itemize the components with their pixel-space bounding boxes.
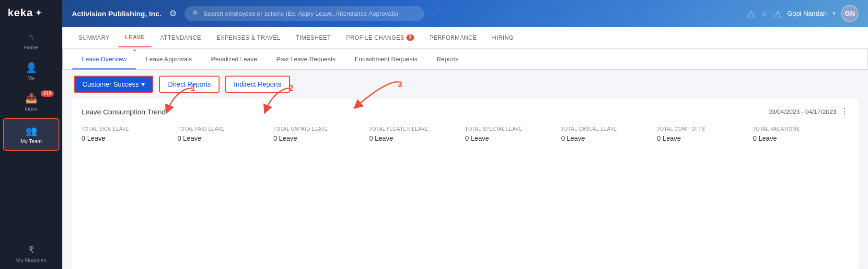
annotation-1: 1: [191, 84, 195, 93]
myteam-icon: 👥: [25, 125, 37, 136]
department-filter-button[interactable]: Customer Success ▾: [74, 76, 153, 93]
avatar[interactable]: GN: [841, 5, 858, 22]
sidebar-item-inbox[interactable]: 📥 212 Inbox: [0, 87, 62, 117]
stat-paid-leave-label: TOTAL PAID LEAVE: [177, 126, 269, 132]
tab-performance[interactable]: PERFORMANCE: [423, 29, 484, 47]
direct-reports-button[interactable]: Direct Reports: [159, 76, 219, 93]
me-icon: 👤: [25, 62, 37, 73]
inbox-badge: 212: [41, 90, 54, 97]
tab-expenses[interactable]: EXPENSES & TRAVEL: [210, 29, 287, 47]
home-icon: ⌂: [28, 32, 34, 43]
indirect-reports-label: Indirect Reports: [234, 80, 281, 88]
avatar-initials: GN: [845, 10, 855, 17]
leave-stats: TOTAL SICK LEAVE 0 Leave TOTAL PAID LEAV…: [81, 126, 849, 142]
settings-icon[interactable]: ⚙: [169, 8, 177, 19]
stat-vacations-label: TOTAL VACATIONS: [753, 126, 845, 132]
department-dropdown-icon: ▾: [141, 80, 145, 88]
sidebar-item-myfinances[interactable]: ₹ My Finances: [0, 238, 62, 269]
stat-sick-leave-label: TOTAL SICK LEAVE: [81, 126, 174, 132]
stat-comp-offs-value: 0 Leave: [657, 134, 749, 142]
logo-sparkle-icon: ✦: [35, 8, 42, 18]
stat-floater-leave: TOTAL FLOATER LEAVE 0 Leave: [369, 126, 465, 142]
stat-unpaid-leave: TOTAL UNPAID LEAVE 0 Leave: [273, 126, 369, 142]
department-label: Customer Success: [82, 80, 139, 88]
sidebar-logo: keka ✦: [0, 0, 62, 26]
topbar-right: △ ○ △ Gopi Nandan ▾ GN: [748, 5, 858, 22]
chart-date-range: 03/04/2023 - 04/17/2023: [768, 108, 836, 115]
search-bar[interactable]: 🔍: [185, 6, 424, 21]
stat-casual-leave: TOTAL CASUAL LEAVE 0 Leave: [561, 126, 657, 142]
indirect-reports-button[interactable]: Indirect Reports: [225, 76, 290, 93]
tab-profile-changes-label: PROFILE CHANGES: [346, 34, 405, 41]
chart-area: Leave Consumption Trend 03/04/2023 - 04/…: [72, 99, 858, 269]
sidebar-item-myteam[interactable]: 👥 My Team: [3, 118, 59, 151]
user-name: Gopi Nandan: [787, 10, 827, 17]
chart-options-icon[interactable]: ⋮: [840, 106, 849, 117]
logo-text: keka: [8, 7, 33, 19]
company-name: Activision Publishing, Inc.: [72, 10, 162, 18]
chart-header: Leave Consumption Trend 03/04/2023 - 04/…: [81, 106, 849, 117]
sidebar-item-label: My Finances: [16, 258, 46, 263]
sidebar-item-label: My Team: [21, 138, 42, 144]
stat-casual-leave-value: 0 Leave: [561, 134, 653, 142]
tab-hiring[interactable]: HIRING: [486, 29, 521, 47]
annotation-3: 3: [398, 80, 402, 89]
stat-comp-offs: TOTAL COMP OFFS 0 Leave: [657, 126, 753, 142]
tab-timesheet[interactable]: TIMESHEET: [289, 29, 337, 47]
tab-summary[interactable]: SUMMARY: [72, 29, 116, 47]
user-dropdown-icon[interactable]: ▾: [833, 10, 835, 17]
topbar-icons: △ ○ △: [748, 8, 782, 19]
stat-paid-leave: TOTAL PAID LEAVE 0 Leave: [177, 126, 273, 142]
sidebar-item-home[interactable]: ⌂ Home: [0, 26, 62, 56]
subtab-encashment[interactable]: Encashment Requests: [345, 50, 427, 69]
stat-floater-leave-value: 0 Leave: [369, 134, 461, 142]
subtab-past-leave[interactable]: Past Leave Requests: [266, 50, 345, 69]
content-area: Leave Overview Leave Approvals Penalized…: [62, 49, 868, 269]
tab-leave[interactable]: LEAVE: [118, 28, 152, 47]
inbox-icon: 📥: [25, 92, 37, 104]
stat-unpaid-leave-label: TOTAL UNPAID LEAVE: [273, 126, 365, 132]
stat-special-leave: TOTAL SPECIAL LEAVE 0 Leave: [465, 126, 561, 142]
subtab-nav: Leave Overview Leave Approvals Penalized…: [62, 49, 868, 70]
stat-sick-leave: TOTAL SICK LEAVE 0 Leave: [81, 126, 177, 142]
stat-sick-leave-value: 0 Leave: [81, 134, 174, 142]
stat-casual-leave-label: TOTAL CASUAL LEAVE: [561, 126, 653, 132]
sidebar: keka ✦ ⌂ Home 👤 Me 📥 212 Inbox 👥 My Team…: [0, 0, 62, 269]
chart-title: Leave Consumption Trend: [81, 108, 166, 116]
triangle-icon-1: △: [748, 8, 754, 19]
subtab-penalized-leave[interactable]: Penalized Leave: [201, 50, 266, 69]
tab-profile-changes[interactable]: PROFILE CHANGES 2: [339, 29, 421, 47]
annotation-2: 2: [289, 84, 293, 93]
subtab-leave-approvals[interactable]: Leave Approvals: [136, 50, 201, 69]
main-tab-nav: SUMMARY LEAVE ATTENDANCE EXPENSES & TRAV…: [62, 27, 868, 49]
sidebar-item-label: Me: [27, 75, 35, 81]
direct-reports-label: Direct Reports: [168, 80, 210, 88]
filter-section: 1 2 3 Customer Success ▾ Direct Reports: [62, 70, 868, 93]
sidebar-item-me[interactable]: 👤 Me: [0, 56, 62, 87]
stat-comp-offs-label: TOTAL COMP OFFS: [657, 126, 749, 132]
stat-vacations: TOTAL VACATIONS 0 Leave: [753, 126, 849, 142]
sidebar-item-label: Inbox: [25, 106, 38, 112]
finances-icon: ₹: [28, 244, 35, 256]
search-input[interactable]: [204, 10, 417, 17]
stat-unpaid-leave-value: 0 Leave: [273, 134, 365, 142]
stat-paid-leave-value: 0 Leave: [177, 134, 269, 142]
subtab-reports[interactable]: Reports: [427, 50, 468, 69]
sidebar-item-label: Home: [24, 45, 38, 50]
main-content: Activision Publishing, Inc. ⚙ 🔍 △ ○ △ Go…: [62, 0, 868, 269]
tab-attendance[interactable]: ATTENDANCE: [153, 29, 208, 47]
profile-changes-badge: 2: [406, 34, 414, 41]
stat-vacations-value: 0 Leave: [753, 134, 845, 142]
stat-special-leave-value: 0 Leave: [465, 134, 557, 142]
topbar: Activision Publishing, Inc. ⚙ 🔍 △ ○ △ Go…: [62, 0, 868, 27]
stat-floater-leave-label: TOTAL FLOATER LEAVE: [369, 126, 461, 132]
search-icon: 🔍: [192, 10, 200, 17]
subtab-leave-overview[interactable]: Leave Overview: [72, 50, 136, 69]
triangle-icon-2: △: [775, 8, 781, 19]
circle-icon: ○: [762, 9, 767, 19]
stat-special-leave-label: TOTAL SPECIAL LEAVE: [465, 126, 557, 132]
